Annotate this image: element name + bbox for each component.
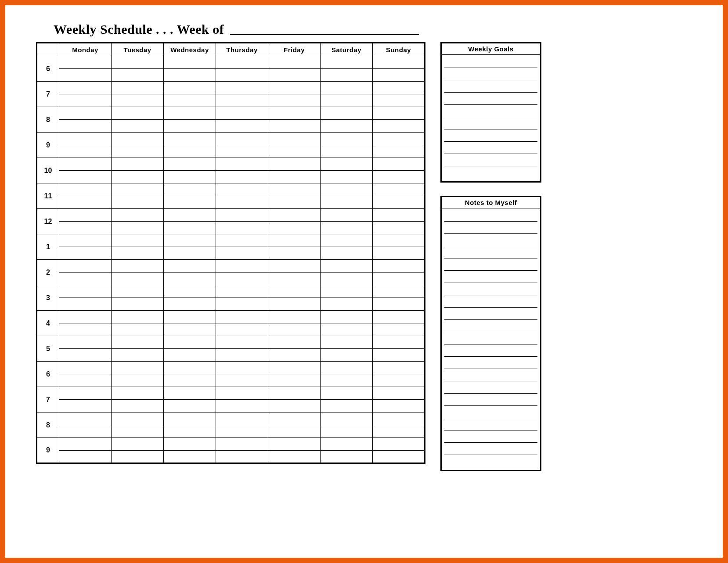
schedule-cell[interactable] bbox=[373, 145, 425, 158]
schedule-cell[interactable] bbox=[112, 209, 164, 222]
schedule-cell[interactable] bbox=[268, 311, 321, 323]
schedule-cell[interactable] bbox=[164, 82, 216, 94]
schedule-cell[interactable] bbox=[59, 451, 112, 463]
schedule-cell[interactable] bbox=[268, 260, 321, 273]
schedule-cell[interactable] bbox=[373, 412, 425, 425]
schedule-cell[interactable] bbox=[59, 285, 112, 298]
schedule-cell[interactable] bbox=[268, 387, 321, 400]
schedule-cell[interactable] bbox=[268, 298, 321, 311]
schedule-cell[interactable] bbox=[112, 234, 164, 247]
schedule-cell[interactable] bbox=[164, 311, 216, 323]
schedule-cell[interactable] bbox=[164, 158, 216, 171]
schedule-cell[interactable] bbox=[373, 374, 425, 387]
schedule-cell[interactable] bbox=[373, 285, 425, 298]
schedule-cell[interactable] bbox=[59, 145, 112, 158]
schedule-cell[interactable] bbox=[112, 260, 164, 273]
schedule-cell[interactable] bbox=[59, 234, 112, 247]
schedule-cell[interactable] bbox=[59, 298, 112, 311]
schedule-cell[interactable] bbox=[112, 285, 164, 298]
weekly-goals-line[interactable] bbox=[444, 68, 537, 80]
schedule-cell[interactable] bbox=[112, 273, 164, 285]
schedule-cell[interactable] bbox=[164, 438, 216, 451]
schedule-cell[interactable] bbox=[373, 349, 425, 362]
schedule-cell[interactable] bbox=[268, 133, 321, 145]
schedule-cell[interactable] bbox=[321, 438, 373, 451]
schedule-cell[interactable] bbox=[373, 425, 425, 438]
schedule-cell[interactable] bbox=[268, 120, 321, 133]
schedule-cell[interactable] bbox=[216, 400, 268, 412]
schedule-cell[interactable] bbox=[216, 158, 268, 171]
schedule-cell[interactable] bbox=[268, 451, 321, 463]
notes-line[interactable] bbox=[444, 332, 537, 344]
schedule-cell[interactable] bbox=[164, 209, 216, 222]
schedule-cell[interactable] bbox=[268, 107, 321, 120]
weekly-goals-line[interactable] bbox=[444, 129, 537, 142]
schedule-cell[interactable] bbox=[216, 133, 268, 145]
schedule-cell[interactable] bbox=[59, 362, 112, 374]
schedule-cell[interactable] bbox=[59, 158, 112, 171]
schedule-cell[interactable] bbox=[216, 260, 268, 273]
notes-line[interactable] bbox=[444, 320, 537, 332]
weekly-goals-line[interactable] bbox=[444, 142, 537, 154]
notes-line[interactable] bbox=[444, 271, 537, 283]
schedule-cell[interactable] bbox=[373, 273, 425, 285]
schedule-cell[interactable] bbox=[321, 234, 373, 247]
schedule-cell[interactable] bbox=[321, 425, 373, 438]
schedule-cell[interactable] bbox=[164, 285, 216, 298]
schedule-cell[interactable] bbox=[268, 56, 321, 69]
schedule-cell[interactable] bbox=[321, 158, 373, 171]
schedule-cell[interactable] bbox=[373, 222, 425, 234]
notes-line[interactable] bbox=[444, 406, 537, 418]
schedule-cell[interactable] bbox=[59, 94, 112, 107]
schedule-cell[interactable] bbox=[321, 349, 373, 362]
schedule-cell[interactable] bbox=[321, 247, 373, 260]
weekly-goals-line[interactable] bbox=[444, 80, 537, 93]
schedule-cell[interactable] bbox=[373, 311, 425, 323]
schedule-cell[interactable] bbox=[164, 323, 216, 336]
schedule-cell[interactable] bbox=[59, 336, 112, 349]
schedule-cell[interactable] bbox=[59, 247, 112, 260]
schedule-cell[interactable] bbox=[373, 247, 425, 260]
schedule-cell[interactable] bbox=[216, 362, 268, 374]
schedule-cell[interactable] bbox=[164, 260, 216, 273]
schedule-cell[interactable] bbox=[112, 56, 164, 69]
schedule-cell[interactable] bbox=[164, 234, 216, 247]
schedule-cell[interactable] bbox=[268, 336, 321, 349]
schedule-cell[interactable] bbox=[59, 438, 112, 451]
schedule-cell[interactable] bbox=[321, 412, 373, 425]
schedule-cell[interactable] bbox=[268, 82, 321, 94]
schedule-cell[interactable] bbox=[112, 94, 164, 107]
schedule-cell[interactable] bbox=[268, 234, 321, 247]
schedule-cell[interactable] bbox=[268, 171, 321, 183]
schedule-cell[interactable] bbox=[59, 311, 112, 323]
week-of-input-line[interactable] bbox=[230, 24, 419, 35]
schedule-cell[interactable] bbox=[268, 94, 321, 107]
schedule-cell[interactable] bbox=[112, 374, 164, 387]
schedule-cell[interactable] bbox=[321, 69, 373, 82]
schedule-cell[interactable] bbox=[112, 222, 164, 234]
schedule-cell[interactable] bbox=[268, 183, 321, 196]
schedule-cell[interactable] bbox=[112, 171, 164, 183]
schedule-cell[interactable] bbox=[268, 362, 321, 374]
schedule-cell[interactable] bbox=[59, 171, 112, 183]
schedule-cell[interactable] bbox=[373, 438, 425, 451]
schedule-cell[interactable] bbox=[268, 196, 321, 209]
weekly-goals-line[interactable] bbox=[444, 154, 537, 166]
schedule-cell[interactable] bbox=[321, 374, 373, 387]
schedule-cell[interactable] bbox=[268, 400, 321, 412]
schedule-cell[interactable] bbox=[59, 400, 112, 412]
schedule-cell[interactable] bbox=[268, 145, 321, 158]
schedule-cell[interactable] bbox=[321, 387, 373, 400]
schedule-cell[interactable] bbox=[112, 425, 164, 438]
schedule-cell[interactable] bbox=[164, 374, 216, 387]
schedule-cell[interactable] bbox=[164, 183, 216, 196]
schedule-cell[interactable] bbox=[216, 82, 268, 94]
schedule-cell[interactable] bbox=[112, 298, 164, 311]
schedule-cell[interactable] bbox=[373, 260, 425, 273]
schedule-cell[interactable] bbox=[112, 336, 164, 349]
schedule-cell[interactable] bbox=[164, 247, 216, 260]
schedule-cell[interactable] bbox=[216, 107, 268, 120]
notes-line[interactable] bbox=[444, 295, 537, 308]
schedule-cell[interactable] bbox=[373, 158, 425, 171]
schedule-cell[interactable] bbox=[373, 196, 425, 209]
